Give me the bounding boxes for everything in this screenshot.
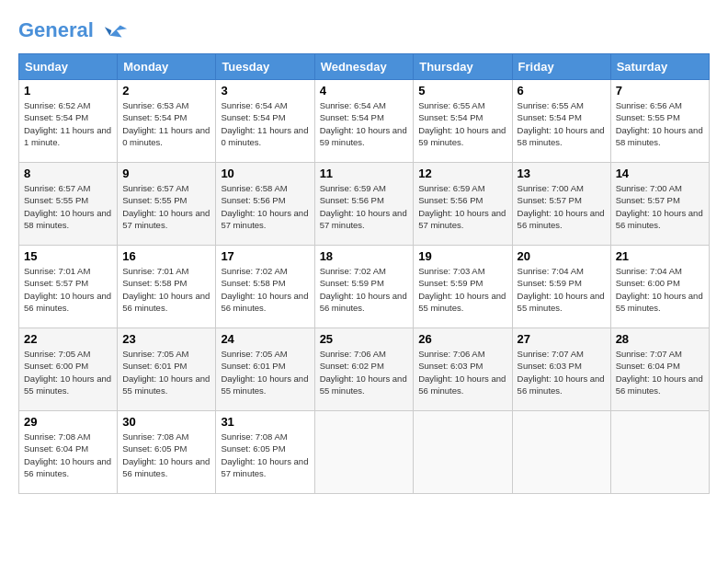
day-info: Sunrise: 6:57 AM Sunset: 5:55 PM Dayligh… <box>24 182 112 231</box>
day-number: 28 <box>616 332 704 346</box>
page-header: General <box>18 18 710 44</box>
day-number: 15 <box>24 249 112 263</box>
calendar-day-9: 9 Sunrise: 6:57 AM Sunset: 5:55 PM Dayli… <box>118 163 216 246</box>
calendar-day-7: 7 Sunrise: 6:56 AM Sunset: 5:55 PM Dayli… <box>610 80 709 163</box>
day-number: 18 <box>320 249 409 263</box>
day-info: Sunrise: 7:03 AM Sunset: 5:59 PM Dayligh… <box>418 265 506 314</box>
day-number: 7 <box>616 84 704 98</box>
day-number: 4 <box>320 84 409 98</box>
calendar-day-13: 13 Sunrise: 7:00 AM Sunset: 5:57 PM Dayl… <box>512 163 610 246</box>
calendar-day-19: 19 Sunrise: 7:03 AM Sunset: 5:59 PM Dayl… <box>414 246 512 328</box>
empty-cell <box>610 411 709 494</box>
day-info: Sunrise: 6:59 AM Sunset: 5:56 PM Dayligh… <box>418 182 506 231</box>
day-number: 24 <box>221 332 309 346</box>
logo-general: General <box>18 18 94 41</box>
empty-cell <box>414 411 512 494</box>
day-number: 5 <box>418 84 506 98</box>
empty-cell <box>314 411 414 494</box>
calendar-week-5: 29 Sunrise: 7:08 AM Sunset: 6:04 PM Dayl… <box>19 411 710 494</box>
day-number: 27 <box>518 332 606 346</box>
day-info: Sunrise: 7:06 AM Sunset: 6:03 PM Dayligh… <box>418 348 506 396</box>
day-info: Sunrise: 7:08 AM Sunset: 6:05 PM Dayligh… <box>122 431 210 479</box>
header-thursday: Thursday <box>414 54 512 80</box>
calendar-day-11: 11 Sunrise: 6:59 AM Sunset: 5:56 PM Dayl… <box>314 163 414 246</box>
day-number: 16 <box>122 249 210 263</box>
empty-cell <box>512 411 610 494</box>
logo: General <box>18 18 129 44</box>
day-info: Sunrise: 7:05 AM Sunset: 6:01 PM Dayligh… <box>221 348 309 396</box>
day-info: Sunrise: 6:56 AM Sunset: 5:55 PM Dayligh… <box>616 99 704 148</box>
calendar-day-18: 18 Sunrise: 7:02 AM Sunset: 5:59 PM Dayl… <box>314 246 414 328</box>
calendar-day-17: 17 Sunrise: 7:02 AM Sunset: 5:58 PM Dayl… <box>216 246 314 328</box>
calendar-table: SundayMondayTuesdayWednesdayThursdayFrid… <box>18 53 710 494</box>
day-number: 13 <box>518 167 606 180</box>
calendar-day-21: 21 Sunrise: 7:04 AM Sunset: 6:00 PM Dayl… <box>610 246 709 328</box>
day-info: Sunrise: 7:01 AM Sunset: 5:57 PM Dayligh… <box>24 265 112 314</box>
day-number: 30 <box>122 415 210 429</box>
day-number: 21 <box>616 249 704 263</box>
day-number: 8 <box>24 167 112 180</box>
day-number: 25 <box>320 332 409 346</box>
calendar-week-4: 22 Sunrise: 7:05 AM Sunset: 6:00 PM Dayl… <box>19 328 710 411</box>
day-info: Sunrise: 6:53 AM Sunset: 5:54 PM Dayligh… <box>122 99 210 148</box>
day-info: Sunrise: 7:02 AM Sunset: 5:58 PM Dayligh… <box>221 265 309 314</box>
calendar-day-27: 27 Sunrise: 7:07 AM Sunset: 6:03 PM Dayl… <box>512 328 610 411</box>
day-info: Sunrise: 7:04 AM Sunset: 6:00 PM Dayligh… <box>616 265 704 314</box>
logo-bird-icon <box>103 18 129 44</box>
day-number: 11 <box>320 167 409 180</box>
calendar-day-3: 3 Sunrise: 6:54 AM Sunset: 5:54 PM Dayli… <box>216 80 314 163</box>
calendar-day-5: 5 Sunrise: 6:55 AM Sunset: 5:54 PM Dayli… <box>414 80 512 163</box>
day-info: Sunrise: 7:07 AM Sunset: 6:04 PM Dayligh… <box>616 348 704 396</box>
calendar-day-14: 14 Sunrise: 7:00 AM Sunset: 5:57 PM Dayl… <box>610 163 709 246</box>
calendar-day-6: 6 Sunrise: 6:55 AM Sunset: 5:54 PM Dayli… <box>512 80 610 163</box>
day-info: Sunrise: 6:59 AM Sunset: 5:56 PM Dayligh… <box>320 182 409 231</box>
calendar-day-25: 25 Sunrise: 7:06 AM Sunset: 6:02 PM Dayl… <box>314 328 414 411</box>
day-info: Sunrise: 7:04 AM Sunset: 5:59 PM Dayligh… <box>518 265 606 314</box>
day-number: 22 <box>24 332 112 346</box>
day-info: Sunrise: 6:55 AM Sunset: 5:54 PM Dayligh… <box>518 99 606 148</box>
calendar-week-1: 1 Sunrise: 6:52 AM Sunset: 5:54 PM Dayli… <box>19 80 710 163</box>
day-info: Sunrise: 7:00 AM Sunset: 5:57 PM Dayligh… <box>518 182 606 231</box>
svg-marker-1 <box>105 27 111 35</box>
header-wednesday: Wednesday <box>314 54 414 80</box>
day-info: Sunrise: 6:52 AM Sunset: 5:54 PM Dayligh… <box>24 99 112 148</box>
day-info: Sunrise: 7:06 AM Sunset: 6:02 PM Dayligh… <box>320 348 409 396</box>
calendar-day-12: 12 Sunrise: 6:59 AM Sunset: 5:56 PM Dayl… <box>414 163 512 246</box>
calendar-day-24: 24 Sunrise: 7:05 AM Sunset: 6:01 PM Dayl… <box>216 328 314 411</box>
header-friday: Friday <box>512 54 610 80</box>
day-info: Sunrise: 7:05 AM Sunset: 6:00 PM Dayligh… <box>24 348 112 396</box>
day-info: Sunrise: 6:57 AM Sunset: 5:55 PM Dayligh… <box>122 182 210 231</box>
calendar-day-26: 26 Sunrise: 7:06 AM Sunset: 6:03 PM Dayl… <box>414 328 512 411</box>
day-info: Sunrise: 7:08 AM Sunset: 6:04 PM Dayligh… <box>24 431 112 479</box>
day-number: 10 <box>221 167 309 180</box>
day-number: 12 <box>418 167 506 180</box>
day-number: 1 <box>24 84 112 98</box>
calendar-day-28: 28 Sunrise: 7:07 AM Sunset: 6:04 PM Dayl… <box>610 328 709 411</box>
day-number: 14 <box>616 167 704 180</box>
calendar-day-8: 8 Sunrise: 6:57 AM Sunset: 5:55 PM Dayli… <box>19 163 118 246</box>
calendar-header-row: SundayMondayTuesdayWednesdayThursdayFrid… <box>19 54 710 80</box>
calendar-day-23: 23 Sunrise: 7:05 AM Sunset: 6:01 PM Dayl… <box>118 328 216 411</box>
day-number: 26 <box>418 332 506 346</box>
calendar-day-30: 30 Sunrise: 7:08 AM Sunset: 6:05 PM Dayl… <box>118 411 216 494</box>
day-number: 19 <box>418 249 506 263</box>
day-info: Sunrise: 7:07 AM Sunset: 6:03 PM Dayligh… <box>518 348 606 396</box>
calendar-day-29: 29 Sunrise: 7:08 AM Sunset: 6:04 PM Dayl… <box>19 411 118 494</box>
calendar-day-10: 10 Sunrise: 6:58 AM Sunset: 5:56 PM Dayl… <box>216 163 314 246</box>
calendar-day-31: 31 Sunrise: 7:08 AM Sunset: 6:05 PM Dayl… <box>216 411 314 494</box>
day-number: 20 <box>518 249 606 263</box>
day-info: Sunrise: 6:55 AM Sunset: 5:54 PM Dayligh… <box>418 99 506 148</box>
day-info: Sunrise: 6:58 AM Sunset: 5:56 PM Dayligh… <box>221 182 309 231</box>
day-info: Sunrise: 7:02 AM Sunset: 5:59 PM Dayligh… <box>320 265 409 314</box>
day-info: Sunrise: 6:54 AM Sunset: 5:54 PM Dayligh… <box>320 99 409 148</box>
calendar-day-16: 16 Sunrise: 7:01 AM Sunset: 5:58 PM Dayl… <box>118 246 216 328</box>
calendar-week-3: 15 Sunrise: 7:01 AM Sunset: 5:57 PM Dayl… <box>19 246 710 328</box>
day-number: 2 <box>122 84 210 98</box>
header-monday: Monday <box>118 54 216 80</box>
day-number: 9 <box>122 167 210 180</box>
calendar-week-2: 8 Sunrise: 6:57 AM Sunset: 5:55 PM Dayli… <box>19 163 710 246</box>
day-number: 29 <box>24 415 112 429</box>
calendar-day-22: 22 Sunrise: 7:05 AM Sunset: 6:00 PM Dayl… <box>19 328 118 411</box>
day-info: Sunrise: 6:54 AM Sunset: 5:54 PM Dayligh… <box>221 99 309 148</box>
day-number: 17 <box>221 249 309 263</box>
